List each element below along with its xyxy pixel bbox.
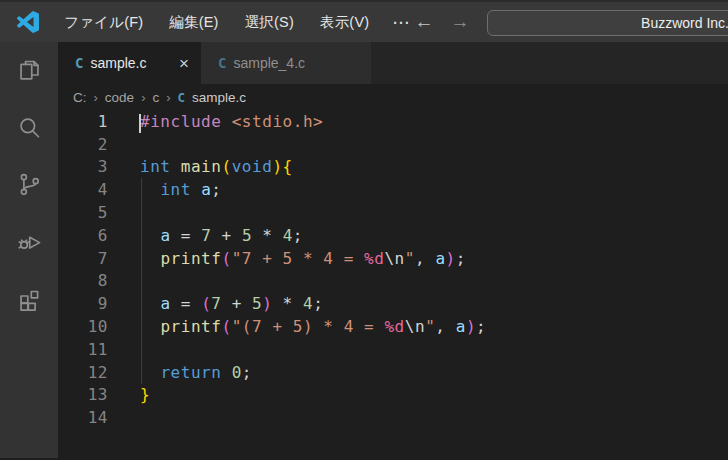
- token: ;: [313, 294, 323, 313]
- menu-item-1[interactable]: 編集(E): [156, 2, 231, 42]
- chevron-right-icon: ›: [94, 90, 98, 105]
- extensions-icon: [16, 285, 43, 312]
- chevron-right-icon: ›: [166, 90, 170, 105]
- indent-guide: [141, 178, 142, 383]
- search-icon: [16, 114, 43, 141]
- breadcrumb-file[interactable]: sample.c: [192, 90, 246, 105]
- code-line-5[interactable]: 5: [58, 201, 728, 224]
- source-control-icon: [16, 171, 43, 198]
- code-line-11[interactable]: 11: [58, 338, 728, 361]
- code-line-3[interactable]: 3int main(void){: [58, 156, 728, 179]
- close-tab-button[interactable]: ×: [179, 55, 189, 72]
- token: a: [201, 180, 211, 199]
- line-number[interactable]: 12: [58, 363, 108, 382]
- token: ): [446, 249, 456, 268]
- token: 4: [283, 226, 293, 245]
- back-arrow-icon[interactable]: ←: [413, 11, 435, 33]
- line-number[interactable]: 11: [58, 340, 108, 359]
- code-line-7[interactable]: 7 printf("7 + 5 * 4 = %d\n", a);: [58, 247, 728, 270]
- line-number[interactable]: 6: [58, 226, 108, 245]
- forward-arrow-icon[interactable]: →: [449, 11, 471, 33]
- line-number[interactable]: 3: [58, 157, 108, 176]
- token: [140, 363, 160, 382]
- token: (: [221, 317, 231, 336]
- breadcrumb-segment[interactable]: code: [105, 90, 134, 105]
- token: }: [140, 385, 150, 404]
- code-text: a = (7 + 5) * 4;: [140, 294, 323, 313]
- token: a: [435, 249, 445, 268]
- line-number[interactable]: 10: [58, 317, 108, 336]
- token: ): [466, 317, 476, 336]
- token: ): [262, 294, 272, 313]
- code-text: int main(void){: [140, 157, 293, 176]
- token: printf: [160, 249, 221, 268]
- token: ,: [435, 317, 455, 336]
- line-number[interactable]: 8: [58, 271, 108, 290]
- breadcrumb-segment[interactable]: c: [152, 90, 159, 105]
- menu-item-2[interactable]: 選択(S): [232, 2, 307, 42]
- token: a: [160, 294, 170, 313]
- editor-column: Csample.c×Csample_4.c C:›code›c›Csample.…: [58, 42, 728, 458]
- code-editor[interactable]: 1#include <stdio.h>23int main(void){4 in…: [58, 110, 728, 458]
- token: %d: [364, 249, 384, 268]
- menu-item-0[interactable]: ファイル(F): [51, 2, 156, 42]
- code-line-10[interactable]: 10 printf("(7 + 5) * 4 = %d\n", a);: [58, 315, 728, 338]
- line-number[interactable]: 7: [58, 249, 108, 268]
- tab-sample-c[interactable]: Csample.c×: [58, 42, 201, 84]
- activity-item-run-and-debug[interactable]: [0, 213, 58, 270]
- token: ;: [476, 317, 486, 336]
- code-line-8[interactable]: 8: [58, 270, 728, 293]
- token: \n: [405, 317, 425, 336]
- tab-label: sample_4.c: [233, 55, 305, 71]
- token: return: [160, 363, 221, 382]
- menu-bar: ファイル(F)編集(E)選択(S)表示(V)⋯: [51, 2, 420, 42]
- line-number[interactable]: 9: [58, 294, 108, 313]
- token: +: [211, 226, 242, 245]
- code-line-2[interactable]: 2: [58, 133, 728, 156]
- token: (: [201, 294, 211, 313]
- menu-item-3[interactable]: 表示(V): [307, 2, 382, 42]
- activity-item-search[interactable]: [0, 99, 58, 156]
- code-text: a = 7 + 5 * 4;: [140, 226, 303, 245]
- line-number[interactable]: 5: [58, 203, 108, 222]
- token: #include: [140, 112, 221, 131]
- token: (: [221, 249, 231, 268]
- token: ;: [293, 226, 303, 245]
- token: =: [171, 294, 202, 313]
- token: *: [252, 226, 283, 245]
- token: a: [160, 226, 170, 245]
- code-line-9[interactable]: 9 a = (7 + 5) * 4;: [58, 292, 728, 315]
- code-line-14[interactable]: 14: [58, 406, 728, 429]
- line-number[interactable]: 14: [58, 408, 108, 427]
- line-number[interactable]: 4: [58, 180, 108, 199]
- code-line-4[interactable]: 4 int a;: [58, 178, 728, 201]
- token: ,: [415, 249, 435, 268]
- code-text: printf("7 + 5 * 4 = %d\n", a);: [140, 249, 466, 268]
- token: int: [160, 180, 191, 199]
- line-number[interactable]: 2: [58, 135, 108, 154]
- line-number[interactable]: 1: [58, 112, 108, 131]
- token: ): [272, 157, 282, 176]
- activity-item-extensions[interactable]: [0, 270, 58, 327]
- breadcrumb-segment[interactable]: C:: [73, 90, 87, 105]
- breadcrumb: C:›code›c›Csample.c: [58, 84, 728, 110]
- token: 5: [252, 294, 262, 313]
- token: [221, 112, 231, 131]
- token: (: [221, 157, 231, 176]
- token: 7: [201, 226, 211, 245]
- code-text: printf("(7 + 5) * 4 = %d\n", a);: [140, 317, 486, 336]
- token: [191, 180, 201, 199]
- token: [140, 249, 160, 268]
- line-number[interactable]: 13: [58, 385, 108, 404]
- token: ": [425, 317, 435, 336]
- activity-item-source-control[interactable]: [0, 156, 58, 213]
- token: *: [272, 294, 303, 313]
- code-line-12[interactable]: 12 return 0;: [58, 361, 728, 384]
- tab-sample-4-c[interactable]: Csample_4.c: [201, 42, 371, 84]
- activity-item-explorer[interactable]: [0, 42, 58, 99]
- token: [140, 226, 160, 245]
- code-line-6[interactable]: 6 a = 7 + 5 * 4;: [58, 224, 728, 247]
- command-center[interactable]: Buzzword Inc.: [487, 10, 728, 36]
- code-line-13[interactable]: 13}: [58, 384, 728, 407]
- code-line-1[interactable]: 1#include <stdio.h>: [58, 110, 728, 133]
